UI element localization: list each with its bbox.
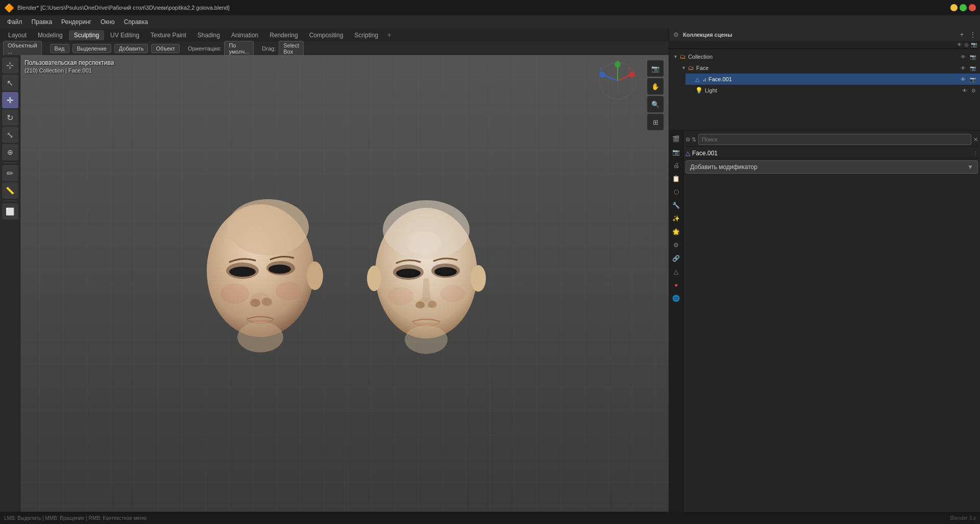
prop-tab-output[interactable]: 🖨	[670, 159, 682, 172]
menu-help[interactable]: Справка	[120, 17, 152, 27]
annotate-tool[interactable]: ✏	[2, 165, 18, 181]
prop-tab-world[interactable]: 🌐	[670, 292, 682, 304]
menu-window[interactable]: Окно	[96, 17, 119, 27]
titlebar-controls[interactable]	[950, 4, 976, 11]
menu-file[interactable]: Файл	[3, 17, 27, 27]
prop-icons-sidebar: 🎬 📷 🖨 📋 ⬡ 🔧 ✨ 🌟 ⚙ 🔗 △ ● 🌐	[669, 131, 683, 512]
light-label: Light	[705, 87, 960, 93]
prop-tab-data[interactable]: △	[670, 266, 682, 278]
menu-render[interactable]: Рендеринг	[57, 17, 95, 27]
tab-uv-editing[interactable]: UV Editing	[105, 30, 144, 40]
scene-panel-title: Коллекция сцены	[683, 32, 732, 38]
move-tool[interactable]: ✛	[2, 92, 18, 108]
add-modifier-dropdown-icon: ▼	[967, 163, 973, 171]
prop-tab-physics[interactable]: ⚙	[670, 239, 682, 251]
tab-sculpting[interactable]: Sculpting	[69, 30, 104, 40]
tab-animation[interactable]: Animation	[226, 30, 263, 40]
cursor-tool[interactable]: ⊹	[2, 57, 18, 74]
prop-obj-settings-icon[interactable]: ⋮	[973, 151, 978, 156]
face-collection-icon: 🗂	[688, 64, 694, 72]
col-render-icon[interactable]: 📷	[971, 42, 977, 47]
prop-tab-constraints[interactable]: 🔗	[670, 252, 682, 265]
add-menu[interactable]: Добавить	[114, 44, 149, 53]
object-menu[interactable]: Объект	[151, 44, 179, 53]
svg-point-34	[406, 231, 442, 254]
tab-shading[interactable]: Shading	[192, 30, 225, 40]
zoom-btn[interactable]: 🔍	[647, 96, 664, 112]
svg-point-15	[307, 261, 323, 290]
camera-view-btn[interactable]: 📷	[647, 60, 664, 77]
maximize-button[interactable]	[960, 4, 967, 11]
svg-point-14	[237, 322, 283, 352]
add-workspace-button[interactable]: +	[384, 30, 394, 40]
prop-content-area: ⚙ ⇅ ✕ △ Face.001 ⋮ Добавить модификатор …	[683, 131, 980, 512]
prop-search-input[interactable]	[698, 134, 971, 145]
prop-tab-modifier[interactable]: 🔧	[670, 199, 682, 211]
ortho-view-btn[interactable]: ⊞	[647, 114, 664, 130]
orientation-selector[interactable]: По умолч...	[224, 41, 254, 56]
mode-selector[interactable]: Объектный ...	[3, 41, 42, 56]
prop-tab-view[interactable]: 📋	[670, 173, 682, 185]
svg-point-22	[399, 270, 418, 276]
select-menu[interactable]: Выделение	[72, 44, 111, 53]
face001-eye-icon[interactable]: 👁	[961, 77, 966, 82]
tab-texture-paint[interactable]: Texture Paint	[145, 30, 191, 40]
rotate-tool[interactable]: ↻	[2, 109, 18, 126]
prop-tab-particles[interactable]: 🌟	[670, 226, 682, 238]
col-select-icon[interactable]: ◎	[964, 42, 969, 47]
svg-point-46	[615, 91, 620, 96]
tab-layout[interactable]: Layout	[3, 30, 32, 40]
scene-item-face-001[interactable]: ▶ △ ⊿ Face.001 👁 📷	[685, 74, 980, 85]
collection-eye-icon[interactable]: 👁	[961, 54, 966, 60]
scene-item-face[interactable]: ▼ 🗂 Face 👁 📷	[677, 62, 980, 74]
measure-tool[interactable]: 📏	[2, 182, 18, 199]
scene-item-collection[interactable]: ▼ 🗂 Collection 👁 📷	[669, 51, 980, 62]
tab-modeling[interactable]: Modeling	[33, 30, 68, 40]
add-modifier-button[interactable]: Добавить модификатор ▼	[685, 160, 978, 174]
collection-render-icon[interactable]: 📷	[970, 54, 976, 60]
heads-container	[191, 192, 498, 375]
new-collection-icon[interactable]: +	[960, 31, 964, 38]
collection-icon: 🗂	[680, 53, 686, 60]
light-eye-icon[interactable]: 👁	[962, 88, 967, 93]
tab-rendering[interactable]: Rendering	[264, 30, 303, 40]
face-render-icon[interactable]: 📷	[970, 65, 976, 71]
prop-object-name: Face.001	[692, 150, 971, 157]
prop-tab-shader[interactable]: ✨	[670, 212, 682, 225]
scene-options-icon[interactable]: ⋮	[970, 31, 976, 38]
tab-scripting[interactable]: Scripting	[349, 30, 383, 40]
select-box-btn[interactable]: Select Box	[279, 41, 304, 56]
prop-tab-material[interactable]: ●	[670, 279, 682, 291]
statusbar-version: Blender 3.x	[950, 515, 976, 521]
face001-render-icon[interactable]: 📷	[970, 77, 976, 82]
svg-point-28	[428, 301, 437, 308]
expand-face-icon: ▼	[681, 65, 686, 70]
prop-tab-scene[interactable]: 🎬	[670, 133, 682, 145]
select-tool[interactable]: ↖	[2, 75, 18, 91]
menu-edit[interactable]: Правка	[28, 17, 57, 27]
scene-item-light[interactable]: ▶ 💡 Light 👁 ⚙	[685, 85, 980, 96]
left-toolbar: ⊹ ↖ ✛ ↻ ⤡ ⊕ ✏ 📏 ⬜	[0, 55, 20, 512]
prop-tab-object[interactable]: ⬡	[670, 186, 682, 198]
transform-tool[interactable]: ⊕	[2, 144, 18, 160]
tab-compositing[interactable]: Compositing	[304, 30, 349, 40]
viewport-canvas[interactable]: Пользовательская перспектива (210) Colle…	[20, 55, 669, 512]
face-label: Face	[696, 65, 959, 71]
prop-filter-icon: ⚙	[685, 136, 691, 143]
close-button[interactable]	[969, 4, 976, 11]
prop-search-clear[interactable]: ✕	[973, 136, 978, 143]
svg-point-4	[227, 199, 309, 255]
nav-gizmo[interactable]: X Y Z	[597, 60, 638, 101]
minimize-button[interactable]	[950, 4, 958, 11]
view-menu[interactable]: Вид	[50, 44, 69, 53]
hand-tool-btn[interactable]: ✋	[647, 78, 664, 94]
light-settings-icon[interactable]: ⚙	[971, 88, 976, 93]
nav-gizmo-container: X Y Z	[597, 60, 638, 103]
face-eye-icon[interactable]: 👁	[961, 65, 966, 71]
prop-tab-render[interactable]: 📷	[670, 146, 682, 158]
viewport-mini-toolbar: 📷 ✋ 🔍 ⊞	[647, 60, 664, 130]
scale-tool[interactable]: ⤡	[2, 127, 18, 143]
add-modifier-label: Добавить модификатор	[690, 163, 757, 171]
add-cube-tool[interactable]: ⬜	[2, 203, 18, 220]
col-visibility-icon[interactable]: 👁	[957, 42, 962, 47]
